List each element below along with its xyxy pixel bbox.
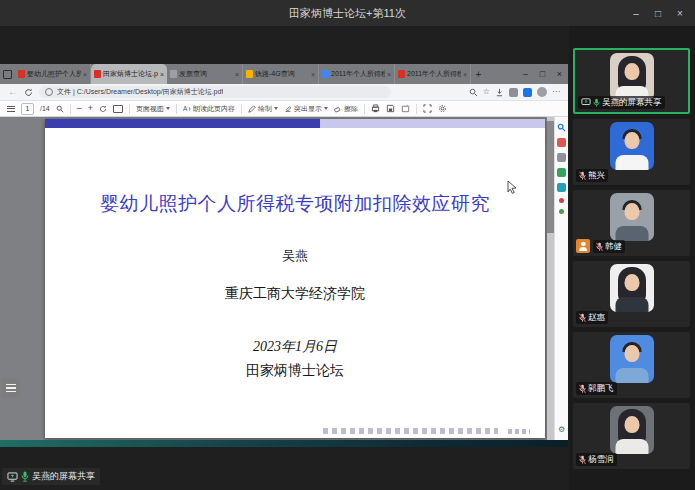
meeting-sidetool-button[interactable] xyxy=(2,378,20,398)
bookmark-star-icon[interactable]: ☆ xyxy=(483,88,490,96)
tab-label: 婴幼儿照护个人所得税影响 xyxy=(27,69,81,79)
sidebar-extension-icon[interactable] xyxy=(557,168,566,177)
slide-author: 吴燕 xyxy=(45,247,545,265)
draw-button[interactable]: 绘制 xyxy=(248,104,278,114)
browser-minimize-button[interactable]: – xyxy=(517,64,534,84)
print-icon[interactable] xyxy=(371,104,380,113)
new-tab-button[interactable]: + xyxy=(471,64,486,84)
tab-close-icon[interactable]: × xyxy=(463,71,467,78)
avatar xyxy=(610,335,654,383)
sharing-status-chip: 吴燕的屏幕共享 xyxy=(2,468,100,485)
participant-name-chip: 郭鹏飞 xyxy=(576,382,617,395)
extensions-icon[interactable] xyxy=(509,88,518,97)
save-as-icon[interactable] xyxy=(401,104,410,113)
participant-tile[interactable]: 郭鹏飞 xyxy=(573,332,690,398)
sidebar-extension-icon[interactable] xyxy=(557,153,566,162)
erase-button[interactable]: 擦除 xyxy=(334,104,358,114)
page-total: /14 xyxy=(40,105,50,112)
zoom-out-button[interactable]: – xyxy=(77,104,82,113)
slide-date: 2023年1月6日 xyxy=(45,338,545,356)
extension-icon[interactable] xyxy=(523,88,532,97)
participants-panel: 吴燕的屏幕共享 熊兴 xyxy=(569,26,695,490)
microphone-on-icon xyxy=(21,471,29,482)
pdf-toolbar: 1 /14 – + 页面视图 A 朗读此页内容 xyxy=(0,101,568,117)
pdf-scrollbar[interactable] xyxy=(547,117,554,440)
tab-close-icon[interactable]: × xyxy=(387,71,391,78)
search-icon[interactable] xyxy=(469,88,478,97)
browser-tab-3[interactable]: 发票查询 × xyxy=(167,64,243,84)
tab-label: 2011年个人所得税改革的 xyxy=(407,69,461,79)
refresh-icon[interactable] xyxy=(24,88,33,97)
microphone-muted-icon xyxy=(579,313,586,323)
toc-icon[interactable] xyxy=(7,106,15,112)
browser-close-button[interactable]: × xyxy=(551,64,568,84)
pdf-favicon xyxy=(18,70,25,78)
screen-share-icon xyxy=(7,472,18,482)
info-icon[interactable] xyxy=(45,88,53,96)
participant-name-chip: 吴燕的屏幕共享 xyxy=(578,96,665,109)
avatar xyxy=(610,193,654,241)
settings-gear-icon[interactable] xyxy=(438,104,447,113)
page-number-input[interactable]: 1 xyxy=(21,103,34,115)
avatar xyxy=(610,53,654,101)
tab-label: 田家炳博士论坛.pdf xyxy=(103,69,158,79)
close-button[interactable]: × xyxy=(669,0,691,26)
browser-tab-1[interactable]: 婴幼儿照护个人所得税影响 × xyxy=(15,64,91,84)
address-text: 文件 | C:/Users/Dreamer/Desktop/田家炳博士论坛.pd… xyxy=(57,87,223,97)
browser-maximize-button[interactable]: □ xyxy=(534,64,551,84)
tab-close-icon[interactable]: × xyxy=(83,71,87,78)
svg-text:A: A xyxy=(183,105,188,112)
participant-name: 郭鹏飞 xyxy=(588,383,614,395)
fit-to-page-icon[interactable] xyxy=(113,105,123,113)
maximize-button[interactable]: □ xyxy=(647,0,669,26)
meeting-title: 田家炳博士论坛+第11次 xyxy=(0,6,695,21)
participant-tile[interactable]: 赵惠 xyxy=(573,261,690,327)
browser-tab-4[interactable]: 铁路-4G查询 × xyxy=(243,64,319,84)
tab-close-icon[interactable]: × xyxy=(311,71,315,78)
read-aloud-button[interactable]: A 朗读此页内容 xyxy=(183,104,235,114)
address-input[interactable]: 文件 | C:/Users/Dreamer/Desktop/田家炳博士论坛.pd… xyxy=(39,86,391,98)
participant-tile[interactable]: 熊兴 xyxy=(573,119,690,185)
browser-menu-icon[interactable]: ⋯ xyxy=(552,88,560,96)
chevron-down-icon xyxy=(166,107,170,110)
tab-actions-button[interactable] xyxy=(0,64,15,84)
participant-tile[interactable]: 韩健 xyxy=(573,190,690,256)
minimize-button[interactable]: – xyxy=(625,0,647,26)
sidebar-extension-icon[interactable] xyxy=(557,138,566,147)
tab-label: 铁路-4G查询 xyxy=(255,69,309,79)
participant-name: 熊兴 xyxy=(588,170,605,182)
participant-tile-sharer[interactable]: 吴燕的屏幕共享 xyxy=(573,48,690,114)
tab-close-icon[interactable]: × xyxy=(235,71,239,78)
meeting-titlebar: 田家炳博士论坛+第11次 – □ × xyxy=(0,0,695,26)
participant-tile[interactable]: 杨雪润 xyxy=(573,403,690,469)
find-in-document-icon[interactable] xyxy=(56,105,64,113)
zoom-in-button[interactable]: + xyxy=(88,104,93,113)
browser-tab-2-active[interactable]: 田家炳博士论坛.pdf × xyxy=(91,64,167,84)
slide-title: 婴幼儿照护个人所得税专项附加扣除效应研究 xyxy=(45,191,545,217)
participant-name-chip: 杨雪润 xyxy=(576,453,617,466)
participant-name: 韩健 xyxy=(605,241,622,253)
browser-tab-6[interactable]: 2011年个人所得税改革的 × xyxy=(395,64,471,84)
sidebar-extension-icon[interactable] xyxy=(559,209,564,214)
pdf-page: 婴幼儿照护个人所得税专项附加扣除效应研究 吴燕 重庆工商大学经济学院 2023年… xyxy=(45,119,545,438)
sidebar-extension-icon[interactable] xyxy=(559,198,564,203)
sidebar-search-icon[interactable] xyxy=(557,123,566,132)
rotate-icon[interactable] xyxy=(99,105,107,113)
microphone-muted-icon xyxy=(596,242,603,252)
pdf-content-area: 婴幼儿照护个人所得税专项附加扣除效应研究 吴燕 重庆工商大学经济学院 2023年… xyxy=(0,117,568,440)
back-icon[interactable]: ← xyxy=(8,87,18,97)
sidebar-extension-icon[interactable] xyxy=(557,183,566,192)
microphone-muted-icon xyxy=(579,384,586,394)
page-view-button[interactable]: 页面视图 xyxy=(136,104,170,114)
highlighter-icon xyxy=(284,105,292,113)
sidebar-gear-icon[interactable]: ⚙ xyxy=(558,425,565,434)
avatar xyxy=(610,406,654,454)
profile-avatar[interactable] xyxy=(537,87,547,97)
highlight-button[interactable]: 突出显示 xyxy=(284,104,328,114)
browser-tab-5[interactable]: 2011年个人所得税改革的 × xyxy=(319,64,395,84)
tab-close-icon[interactable]: × xyxy=(160,71,164,78)
scrollbar-thumb[interactable] xyxy=(547,121,554,233)
save-icon[interactable] xyxy=(386,104,395,113)
download-icon[interactable] xyxy=(495,88,504,97)
fullscreen-icon[interactable] xyxy=(423,104,432,113)
